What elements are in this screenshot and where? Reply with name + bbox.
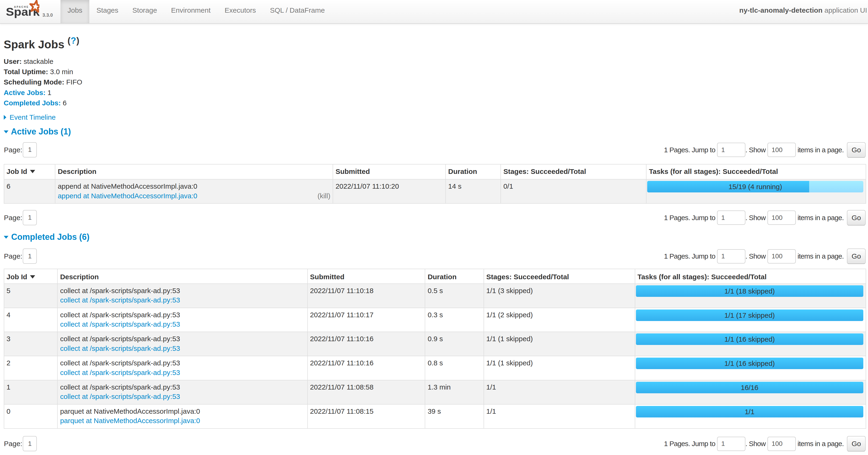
svg-text:™: ™ [38,15,39,17]
